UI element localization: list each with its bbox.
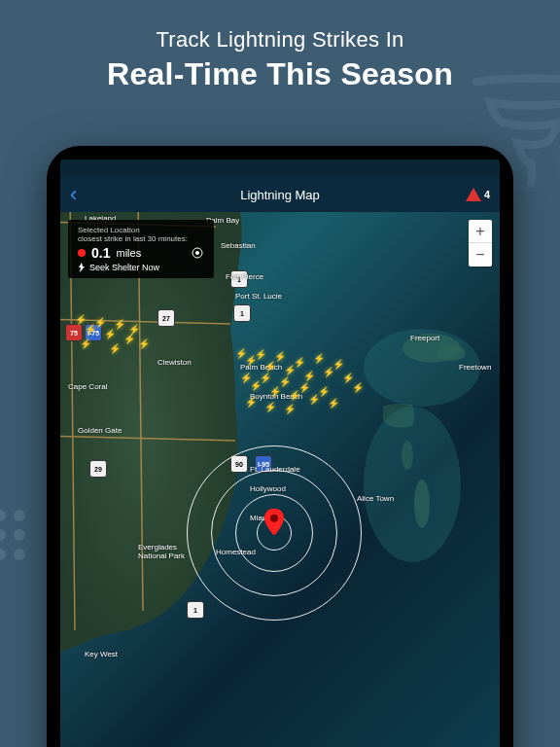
city-label: Sebastian — [221, 241, 256, 250]
svg-point-12 — [270, 515, 278, 522]
svg-point-0 — [0, 510, 6, 521]
info-closest-label: closest strike in last 30 minutes: — [78, 234, 204, 243]
app-header: ‹ Lightning Map 4 — [60, 177, 500, 212]
zoom-out-button[interactable]: − — [469, 243, 492, 267]
back-button[interactable]: ‹ — [70, 182, 77, 207]
city-label: Port St. Lucie — [235, 292, 282, 301]
city-label: Everglades National Park — [138, 543, 185, 560]
city-label: Golden Gate — [78, 426, 122, 435]
tablet-screen: ‹ Lightning Map 4 — [60, 160, 500, 747]
city-label: Clewiston — [158, 358, 192, 367]
city-label: Freeport — [410, 334, 439, 342]
location-pin-icon — [264, 509, 284, 536]
status-bar — [60, 160, 500, 177]
promo-subtitle: Track Lightning Strikes In — [0, 27, 560, 53]
alert-count: 4 — [484, 189, 490, 200]
city-label: Fort Pierce — [226, 272, 263, 281]
radar-rings — [187, 445, 362, 621]
strike-distance: 0.1 — [91, 245, 110, 261]
promo-title: Real-Time This Season — [0, 56, 560, 92]
strike-info-panel: Selected Location closest strike in last… — [68, 220, 214, 278]
svg-point-5 — [14, 549, 25, 560]
svg-point-1 — [14, 510, 25, 521]
promo-header: Track Lightning Strikes In Real-Time Thi… — [0, 0, 560, 92]
highway-shield: 27 — [158, 309, 175, 327]
lightning-icon — [78, 263, 86, 272]
info-selected-label: Selected Location — [78, 226, 204, 234]
lightning-cluster: ⚡⚡⚡⚡⚡⚡⚡⚡⚡⚡⚡⚡ ⚡⚡⚡⚡⚡⚡⚡⚡⚡⚡ ⚡⚡⚡⚡ — [230, 343, 367, 421]
alert-badge[interactable]: 4 — [466, 188, 490, 201]
svg-point-11 — [364, 407, 461, 562]
highway-shield: 1 — [233, 304, 251, 322]
svg-point-4 — [0, 549, 6, 560]
svg-point-14 — [195, 251, 199, 255]
zoom-in-button[interactable]: + — [469, 220, 492, 243]
warning-icon — [466, 188, 481, 201]
tablet-frame: ‹ Lightning Map 4 — [47, 146, 513, 747]
dots-decoration — [0, 506, 49, 584]
strike-dot-icon — [78, 249, 86, 257]
zoom-controls: + − — [469, 220, 492, 267]
map[interactable]: 75 I-75 27 1 1 I-95 90 1 29 Lakeland Pal… — [60, 212, 500, 747]
page-title: Lightning Map — [240, 188, 320, 202]
city-label: Freetown — [459, 363, 491, 372]
city-label: Alice Town — [357, 494, 394, 503]
strike-unit: miles — [116, 247, 141, 259]
city-label: Key West — [85, 650, 118, 658]
svg-point-2 — [0, 529, 6, 541]
lightning-cluster: ⚡⚡⚡⚡⚡⚡⚡⚡⚡⚡ — [70, 309, 158, 368]
seek-shelter-label: Seek Shelter Now — [89, 263, 159, 272]
city-label: Cape Coral — [68, 382, 107, 391]
target-icon — [191, 246, 204, 260]
svg-point-3 — [14, 529, 25, 541]
highway-shield: 29 — [89, 460, 107, 478]
